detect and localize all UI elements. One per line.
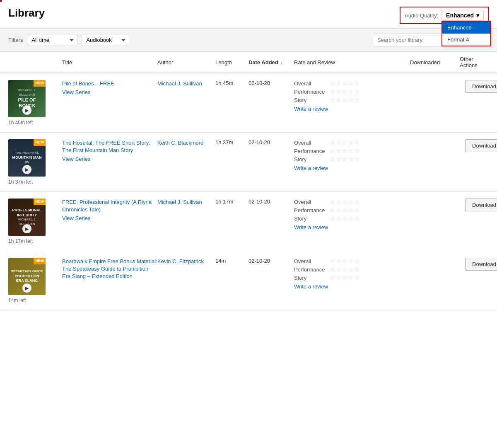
story-stars-1[interactable]: ☆ ☆ ☆ ☆ ☆ — [330, 97, 360, 103]
chevron-down-icon: ▾ — [476, 12, 479, 19]
download-button-3[interactable]: Download — [465, 199, 497, 211]
book-cover-cell-4: NEW SPEAKEASY GUIDE PROHIBITIONERA SLANG… — [8, 258, 62, 303]
filters-bar: Filters All time Last 30 days Last 6 mon… — [0, 29, 497, 52]
book-cover-cell-2: NEW THE HOSPITAL MOUNTAIN MAN 05 ▶ 1h 37… — [8, 139, 62, 185]
time-left-2: 1h 37m left — [8, 179, 33, 185]
book-author-cell-1: Michael J. Sullivan — [157, 80, 215, 87]
story-rating-2: Story ☆☆☆☆☆ — [294, 156, 410, 162]
overall-label-1: Overall — [294, 80, 327, 87]
book-cover-2[interactable]: NEW THE HOSPITAL MOUNTAIN MAN 05 ▶ — [8, 139, 46, 177]
star-5: ☆ — [355, 80, 360, 87]
book-title-link-1[interactable]: Pile of Bones – FREE — [62, 80, 114, 87]
author-link-3[interactable]: Michael J. Sullivan — [157, 199, 202, 205]
book-cover-4[interactable]: NEW SPEAKEASY GUIDE PROHIBITIONERA SLANG… — [8, 258, 46, 295]
time-left-1: 1h 45m left — [8, 120, 33, 126]
overall-stars-4[interactable]: ☆☆☆☆☆ — [330, 258, 360, 264]
books-table: NEW MICHAEL J. SULLIVAN PILE OFBONES ▶ 1… — [0, 73, 497, 310]
table-row: NEW THE HOSPITAL MOUNTAIN MAN 05 ▶ 1h 37… — [0, 133, 497, 192]
overall-label-3: Overall — [294, 199, 327, 205]
performance-stars-1[interactable]: ☆ ☆ ☆ ☆ ☆ — [330, 88, 360, 95]
performance-stars-4[interactable]: ☆☆☆☆☆ — [330, 266, 360, 273]
play-icon-2[interactable]: ▶ — [22, 165, 31, 174]
book-author-cell-2: Keith C. Blackmore — [157, 139, 215, 146]
other-actions-cell-4: Download — [460, 258, 497, 271]
book-title-cell-4: Boardwalk Empire Free Bonus Material: Th… — [62, 258, 157, 281]
book-cover-cell: NEW MICHAEL J. SULLIVAN PILE OFBONES ▶ 1… — [8, 80, 62, 126]
new-badge-3: NEW — [34, 199, 46, 205]
book-rating-cell-2: Overall ☆☆☆☆☆ Performance ☆☆☆☆☆ Story ☆☆… — [294, 139, 410, 171]
overall-rating-2: Overall ☆☆☆☆☆ — [294, 139, 410, 146]
overall-stars-1[interactable]: ☆ ☆ ☆ ☆ ☆ — [330, 80, 360, 87]
performance-label-3: Performance — [294, 207, 327, 213]
play-icon-4[interactable]: ▶ — [22, 283, 31, 293]
write-review-link-4[interactable]: Write a review — [294, 283, 410, 290]
overall-stars-3[interactable]: ☆☆☆☆☆ — [330, 199, 360, 205]
story-stars-4[interactable]: ☆☆☆☆☆ — [330, 274, 360, 281]
download-button-4[interactable]: Download — [465, 258, 497, 271]
performance-stars-3[interactable]: ☆☆☆☆☆ — [330, 207, 360, 213]
audio-quality-container: Audio Quality: Enhanced ▾ Enhanced Forma… — [400, 7, 489, 24]
time-left-4: 14m left — [8, 298, 26, 303]
download-button-1[interactable]: Download — [465, 80, 497, 93]
dropdown-item-format4[interactable]: Format 4 — [442, 34, 490, 46]
book-author-cell-3: Michael J. Sullivan — [157, 199, 215, 205]
view-series-link-1[interactable]: View Series — [62, 89, 157, 95]
write-review-link-3[interactable]: Write a review — [294, 224, 410, 230]
table-row: NEW SPEAKEASY GUIDE PROHIBITIONERA SLANG… — [0, 251, 497, 310]
performance-rating-2: Performance ☆☆☆☆☆ — [294, 148, 410, 154]
book-title-link-3[interactable]: FREE: Professional Integrity (A Riyria C… — [62, 199, 152, 213]
story-stars-3[interactable]: ☆☆☆☆☆ — [330, 215, 360, 222]
book-length-4: 14m — [215, 258, 248, 264]
play-icon-3[interactable]: ▶ — [22, 224, 31, 233]
performance-label-4: Performance — [294, 266, 327, 273]
overall-label-2: Overall — [294, 140, 327, 146]
performance-label-2: Performance — [294, 148, 327, 154]
book-cover-3[interactable]: NEW PROFESSIONALINTEGRITY MICHAEL J. SUL… — [8, 199, 46, 236]
type-filter-select[interactable]: Audiobook Podcast Whispersync — [82, 34, 129, 46]
performance-rating-4: Performance ☆☆☆☆☆ — [294, 266, 410, 273]
story-label-4: Story — [294, 275, 327, 281]
book-date-2: 02-10-20 — [248, 139, 294, 145]
col-header-title: Title — [62, 59, 157, 65]
table-row: NEW PROFESSIONALINTEGRITY MICHAEL J. SUL… — [0, 192, 497, 251]
download-button-2[interactable]: Download — [465, 139, 497, 152]
view-series-link-3[interactable]: View Series — [62, 215, 157, 221]
page-header: Library Audio Quality: Enhanced ▾ Enhanc… — [0, 0, 497, 29]
write-review-link-2[interactable]: Write a review — [294, 165, 410, 171]
audio-quality-select-wrapper: Enhanced ▾ Enhanced Format 4 — [442, 10, 484, 21]
story-rating-4: Story ☆☆☆☆☆ — [294, 274, 410, 281]
book-rating-cell-1: Overall ☆ ☆ ☆ ☆ ☆ Performance ☆ ☆ ☆ ☆ ☆ — [294, 80, 410, 112]
performance-stars-2[interactable]: ☆☆☆☆☆ — [330, 148, 360, 154]
write-review-link-1[interactable]: Write a review — [294, 106, 410, 112]
performance-rating-1: Performance ☆ ☆ ☆ ☆ ☆ — [294, 88, 410, 95]
book-title-cell-2: The Hospital: The FREE Short Story: The … — [62, 139, 157, 162]
overall-stars-2[interactable]: ☆☆☆☆☆ — [330, 139, 360, 146]
audio-quality-label: Audio Quality: — [405, 12, 438, 19]
table-row: NEW MICHAEL J. SULLIVAN PILE OFBONES ▶ 1… — [0, 73, 497, 133]
story-stars-2[interactable]: ☆☆☆☆☆ — [330, 156, 360, 162]
book-cover-cell-3: NEW PROFESSIONALINTEGRITY MICHAEL J. SUL… — [8, 199, 62, 244]
author-link-2[interactable]: Keith C. Blackmore — [157, 140, 203, 146]
col-header-other-actions: OtherActions — [460, 56, 497, 68]
book-length-2: 1h 37m — [215, 139, 248, 145]
time-filter-select[interactable]: All time Last 30 days Last 6 months Last… — [27, 34, 77, 46]
author-link-1[interactable]: Michael J. Sullivan — [157, 80, 202, 87]
star-4: ☆ — [348, 80, 354, 87]
author-link-4[interactable]: Kevin C. Fitzpatrick — [157, 258, 204, 264]
book-title-link-2[interactable]: The Hospital: The FREE Short Story: The … — [62, 140, 150, 153]
book-date-3: 02-10-20 — [248, 199, 294, 205]
book-title-cell-3: FREE: Professional Integrity (A Riyria C… — [62, 199, 157, 221]
audio-quality-value: Enhanced — [446, 12, 474, 19]
audio-quality-button[interactable]: Enhanced ▾ — [442, 10, 484, 21]
book-author-cell-4: Kevin C. Fitzpatrick — [157, 258, 215, 264]
view-series-link-2[interactable]: View Series — [62, 156, 157, 162]
book-title-link-4[interactable]: Boardwalk Empire Free Bonus Material: Th… — [62, 258, 157, 279]
performance-label-1: Performance — [294, 89, 327, 95]
col-header-date-added[interactable]: Date Added ↓ — [248, 59, 294, 65]
filters-label: Filters — [8, 37, 23, 43]
book-cover-1[interactable]: NEW MICHAEL J. SULLIVAN PILE OFBONES ▶ — [8, 80, 46, 117]
play-icon[interactable]: ▶ — [22, 106, 31, 115]
col-header-author: Author — [157, 59, 215, 65]
overall-label-4: Overall — [294, 258, 327, 264]
dropdown-item-enhanced[interactable]: Enhanced — [442, 22, 490, 34]
